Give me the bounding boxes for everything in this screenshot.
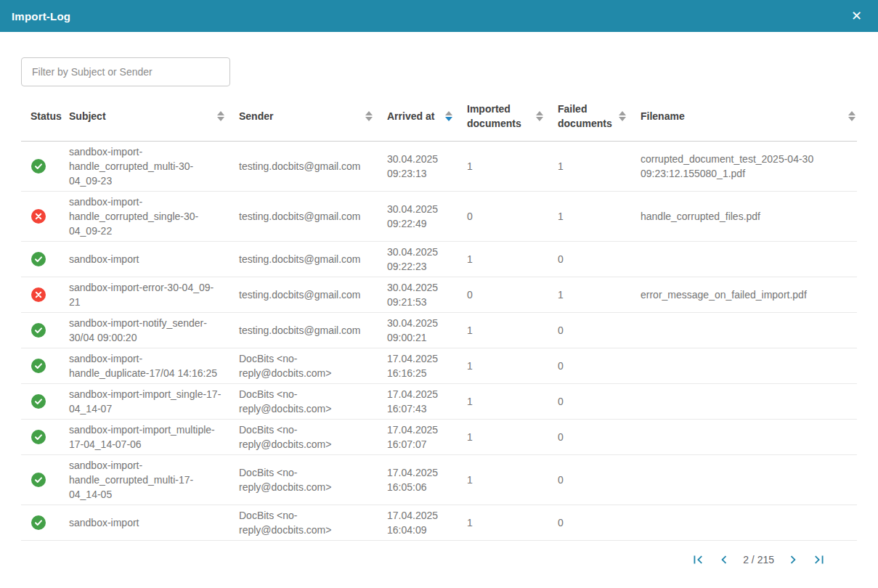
last-page-icon[interactable] [809,550,829,570]
sort-icon[interactable] [445,111,452,121]
failed-count-cell: 0 [558,252,641,266]
column-header-arrived[interactable]: Arrived at [387,109,467,123]
success-icon [31,252,46,266]
status-cell [21,359,69,373]
table-row: sandbox-import-handle_corrupted_single-3… [21,192,857,242]
dialog-title: Import-Log [12,10,70,23]
success-icon [31,394,46,409]
sort-icon[interactable] [619,111,626,121]
column-header-subject[interactable]: Subject [69,109,239,123]
column-header-label: Status [31,109,62,123]
success-icon [31,359,46,373]
column-header-label: Arrived at [387,109,434,123]
sort-icon[interactable] [217,111,224,121]
first-page-icon[interactable] [688,550,708,570]
arrived-at-cell: 17.04.2025 16:16:25 [387,351,467,380]
column-header-sender[interactable]: Sender [239,109,387,123]
imported-count-cell: 0 [467,209,558,224]
status-cell [21,430,69,444]
sender-cell: testing.docbits@gmail.com [239,252,387,266]
error-icon [31,209,46,224]
failed-count-cell: 0 [558,359,641,373]
filename-cell: corrupted_document_test_2025-04-30 09:23… [641,152,857,181]
arrived-at-cell: 30.04.2025 09:21:53 [387,280,467,309]
arrived-at-cell: 17.04.2025 16:04:09 [387,508,467,537]
column-header-label: Failed documents [558,102,613,131]
imported-count-cell: 0 [467,287,558,302]
table-row: sandbox-import-handle_corrupted_multi-30… [21,142,857,192]
dialog-content: Status Subject Sender Arrived at Importe… [0,32,878,570]
column-header-status: Status [21,109,69,123]
success-icon [31,515,46,530]
previous-page-icon[interactable] [714,550,734,570]
arrived-at-cell: 30.04.2025 09:23:13 [387,152,467,181]
success-icon [31,323,46,338]
column-header-failed[interactable]: Failed documents [558,102,641,131]
table-body: sandbox-import-handle_corrupted_multi-30… [21,142,857,541]
subject-cell: sandbox-import-handle_duplicate-17/04 14… [69,351,239,380]
sender-cell: DocBits <no-reply@docbits.com> [239,465,387,494]
column-header-label: Subject [69,109,106,123]
subject-cell: sandbox-import-import_multiple-17-04_14-… [69,422,239,452]
arrived-at-cell: 17.04.2025 16:07:07 [387,422,467,452]
arrived-at-cell: 30.04.2025 09:22:23 [387,245,467,274]
success-icon [31,473,46,487]
page-indicator: 2 / 215 [743,554,774,565]
status-cell [21,323,69,338]
sender-cell: DocBits <no-reply@docbits.com> [239,508,387,537]
column-header-filename[interactable]: Filename [641,109,857,123]
sort-icon[interactable] [365,111,373,121]
failed-count-cell: 0 [558,323,641,338]
subject-cell: sandbox-import-handle_corrupted_multi-30… [69,144,239,188]
imported-count-cell: 1 [467,394,558,409]
sort-icon[interactable] [536,111,543,121]
imported-count-cell: 1 [467,430,558,444]
import-log-table: Status Subject Sender Arrived at Importe… [21,91,857,541]
column-header-label: Sender [239,109,273,123]
sender-cell: testing.docbits@gmail.com [239,287,387,302]
table-row: sandbox-import-import_multiple-17-04_14-… [21,420,857,455]
status-cell [21,473,69,487]
arrived-at-cell: 17.04.2025 16:05:06 [387,465,467,494]
status-cell [21,515,69,530]
dialog-header: Import-Log ✕ [0,0,878,32]
filter-input[interactable] [21,57,230,86]
arrived-at-cell: 30.04.2025 09:00:21 [387,316,467,345]
sender-cell: DocBits <no-reply@docbits.com> [239,422,387,452]
column-header-label: Imported documents [467,102,530,131]
success-icon [31,159,46,173]
status-cell [21,209,69,224]
close-icon[interactable]: ✕ [848,7,865,25]
table-row: sandbox-import-notify_sender-30/04 09:00… [21,313,857,348]
subject-cell: sandbox-import-notify_sender-30/04 09:00… [69,316,239,345]
sort-icon[interactable] [848,111,855,121]
subject-cell: sandbox-import-import_single-17-04_14-07 [69,387,239,416]
filename-cell: handle_corrupted_files.pdf [641,209,857,224]
failed-count-cell: 1 [558,209,641,224]
failed-count-cell: 0 [558,394,641,409]
status-cell [21,394,69,409]
table-row: sandbox-import-error-30-04_09-21 testing… [21,277,857,313]
imported-count-cell: 1 [467,359,558,373]
failed-count-cell: 1 [558,287,641,302]
failed-count-cell: 0 [558,430,641,444]
arrived-at-cell: 17.04.2025 16:07:43 [387,387,467,416]
column-header-imported[interactable]: Imported documents [467,102,558,131]
failed-count-cell: 0 [558,473,641,487]
status-cell [21,287,69,302]
pagination: 2 / 215 [21,541,857,570]
imported-count-cell: 1 [467,473,558,487]
subject-cell: sandbox-import [69,252,239,266]
subject-cell: sandbox-import-handle_corrupted_single-3… [69,195,239,238]
table-row: sandbox-import DocBits <no-reply@docbits… [21,505,857,541]
next-page-icon[interactable] [783,550,803,570]
subject-cell: sandbox-import-handle_corrupted_multi-17… [69,458,239,502]
error-icon [31,287,46,302]
sender-cell: DocBits <no-reply@docbits.com> [239,387,387,416]
subject-cell: sandbox-import [69,515,239,530]
table-header-row: Status Subject Sender Arrived at Importe… [21,91,857,142]
sender-cell: testing.docbits@gmail.com [239,209,387,224]
failed-count-cell: 1 [558,159,641,173]
table-row: sandbox-import-handle_duplicate-17/04 14… [21,348,857,384]
imported-count-cell: 1 [467,515,558,530]
